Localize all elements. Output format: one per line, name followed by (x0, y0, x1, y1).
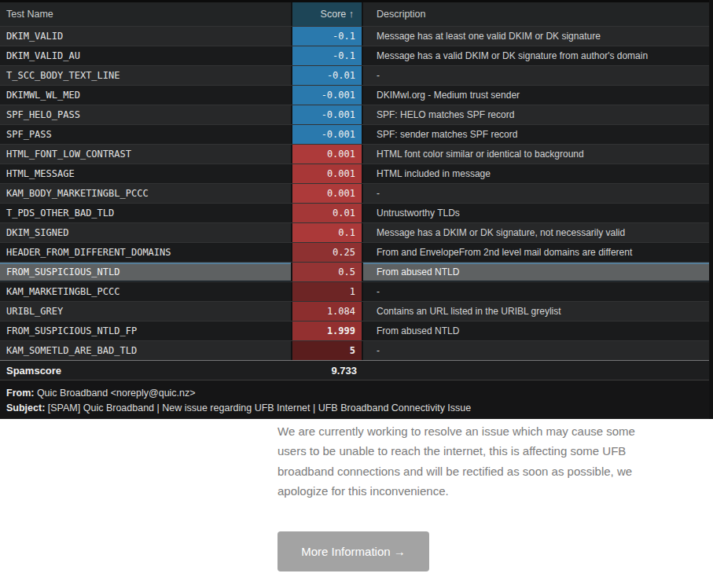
spamscore-value: 9.733 (291, 361, 363, 380)
table-row[interactable]: HEADER_FROM_DIFFERENT_DOMAINS 0.25 From … (0, 242, 713, 262)
test-name-cell: HEADER_FROM_DIFFERENT_DOMAINS (0, 243, 291, 262)
header-test-name[interactable]: Test Name (0, 2, 291, 26)
description-cell: Message has a DKIM or DK signature, not … (363, 223, 713, 242)
test-name-cell: URIBL_GREY (0, 302, 291, 321)
score-cell: 1 (291, 282, 363, 301)
test-name-cell: KAM_BODY_MARKETINGBL_PCCC (0, 184, 291, 203)
description-cell: HTML included in message (363, 164, 713, 183)
description-cell: - (363, 66, 713, 85)
table-header-row: Test Name Score ↑ Description (0, 2, 713, 26)
message-meta-panel: From: Quic Broadband <noreply@quic.nz> S… (0, 380, 713, 418)
table-row[interactable]: T_SCC_BODY_TEXT_LINE -0.01 - (0, 65, 713, 85)
description-cell: DKIMwl.org - Medium trust sender (363, 86, 713, 105)
test-name-cell: DKIM_SIGNED (0, 223, 291, 242)
more-information-button[interactable]: More Information → (277, 531, 429, 571)
test-name-cell: FROM_SUSPICIOUS_NTLD (0, 263, 291, 281)
score-cell: 1.999 (291, 322, 363, 340)
table-row[interactable]: FROM_SUSPICIOUS_NTLD_FP 1.999 From abuse… (0, 321, 713, 340)
test-name-cell: T_PDS_OTHER_BAD_TLD (0, 204, 291, 222)
email-body-text: We are currently working to resolve an i… (277, 421, 662, 501)
table-row[interactable]: DKIM_SIGNED 0.1 Message has a DKIM or DK… (0, 222, 713, 242)
description-cell: From abused NTLD (363, 322, 713, 340)
subject-value: [SPAM] Quic Broadband | New issue regard… (45, 402, 471, 413)
table-row[interactable]: SPF_HELO_PASS -0.001 SPF: HELO matches S… (0, 105, 713, 124)
from-line: From: Quic Broadband <noreply@quic.nz> (6, 386, 707, 401)
table-row[interactable]: FROM_SUSPICIOUS_NTLD 0.5 From abused NTL… (0, 262, 713, 281)
table-row[interactable]: DKIM_VALID -0.1 Message has at least one… (0, 26, 713, 46)
score-cell: 0.01 (291, 204, 363, 222)
table-row[interactable]: KAM_SOMETLD_ARE_BAD_TLD 5 - (0, 340, 713, 360)
score-cell: 0.5 (291, 263, 363, 281)
description-cell: From abused NTLD (363, 263, 713, 281)
score-cell: 1.084 (291, 302, 363, 321)
subject-label: Subject: (6, 402, 45, 413)
test-name-cell: DKIMWL_WL_MED (0, 86, 291, 105)
spam-report-screen: Test Name Score ↑ Description DKIM_VALID… (0, 0, 713, 588)
test-name-cell: T_SCC_BODY_TEXT_LINE (0, 66, 291, 85)
subject-line: Subject: [SPAM] Quic Broadband | New iss… (6, 401, 707, 416)
score-cell: 0.1 (291, 223, 363, 242)
scrollbar-track[interactable] (709, 0, 713, 419)
score-cell: -0.1 (291, 46, 363, 65)
header-score-sort[interactable]: Score ↑ (291, 2, 363, 26)
test-name-cell: HTML_FONT_LOW_CONTRAST (0, 145, 291, 164)
test-name-cell: SPF_PASS (0, 125, 291, 144)
score-cell: 0.001 (291, 164, 363, 183)
score-cell: -0.001 (291, 86, 363, 105)
test-name-cell: DKIM_VALID_AU (0, 46, 291, 65)
description-cell: - (363, 184, 713, 203)
description-cell: SPF: HELO matches SPF record (363, 105, 713, 124)
table-row[interactable]: HTML_MESSAGE 0.001 HTML included in mess… (0, 164, 713, 183)
test-name-cell: KAM_SOMETLD_ARE_BAD_TLD (0, 341, 291, 360)
spam-test-table: Test Name Score ↑ Description DKIM_VALID… (0, 0, 713, 419)
table-row[interactable]: URIBL_GREY 1.084 Contains an URL listed … (0, 301, 713, 321)
test-name-cell: DKIM_VALID (0, 27, 291, 46)
description-cell: HTML font color similar or identical to … (363, 145, 713, 164)
description-cell: - (363, 282, 713, 301)
description-cell: Message has a valid DKIM or DK signature… (363, 46, 713, 65)
description-cell: Message has at least one valid DKIM or D… (363, 27, 713, 46)
description-cell: SPF: sender matches SPF record (363, 125, 713, 144)
score-cell: -0.01 (291, 66, 363, 85)
score-cell: -0.001 (291, 125, 363, 144)
test-name-cell: FROM_SUSPICIOUS_NTLD_FP (0, 322, 291, 340)
description-cell: - (363, 341, 713, 360)
score-cell: 5 (291, 341, 363, 360)
spamscore-spacer (363, 361, 713, 380)
score-cell: 0.001 (291, 145, 363, 164)
from-label: From: (6, 388, 34, 399)
header-description[interactable]: Description (363, 2, 713, 26)
table-row[interactable]: KAM_BODY_MARKETINGBL_PCCC 0.001 - (0, 183, 713, 203)
table-row[interactable]: SPF_PASS -0.001 SPF: sender matches SPF … (0, 124, 713, 144)
table-row[interactable]: DKIMWL_WL_MED -0.001 DKIMwl.org - Medium… (0, 85, 713, 105)
table-row[interactable]: HTML_FONT_LOW_CONTRAST 0.001 HTML font c… (0, 144, 713, 164)
table-row[interactable]: KAM_MARKETINGBL_PCCC 1 - (0, 281, 713, 301)
table-row[interactable]: DKIM_VALID_AU -0.1 Message has a valid D… (0, 46, 713, 65)
spamscore-label: Spamscore (0, 361, 291, 380)
table-row[interactable]: T_PDS_OTHER_BAD_TLD 0.01 Untrustworthy T… (0, 203, 713, 222)
score-cell: 0.001 (291, 184, 363, 203)
description-cell: Contains an URL listed in the URIBL grey… (363, 302, 713, 321)
test-name-cell: KAM_MARKETINGBL_PCCC (0, 282, 291, 301)
table-body: DKIM_VALID -0.1 Message has at least one… (0, 26, 713, 360)
from-value: Quic Broadband <noreply@quic.nz> (34, 388, 195, 399)
score-cell: 0.25 (291, 243, 363, 262)
description-cell: From and EnvelopeFrom 2nd level mail dom… (363, 243, 713, 262)
spamscore-row: Spamscore 9.733 (0, 360, 713, 380)
description-cell: Untrustworthy TLDs (363, 204, 713, 222)
score-cell: -0.1 (291, 27, 363, 46)
test-name-cell: HTML_MESSAGE (0, 164, 291, 183)
score-cell: -0.001 (291, 105, 363, 124)
test-name-cell: SPF_HELO_PASS (0, 105, 291, 124)
